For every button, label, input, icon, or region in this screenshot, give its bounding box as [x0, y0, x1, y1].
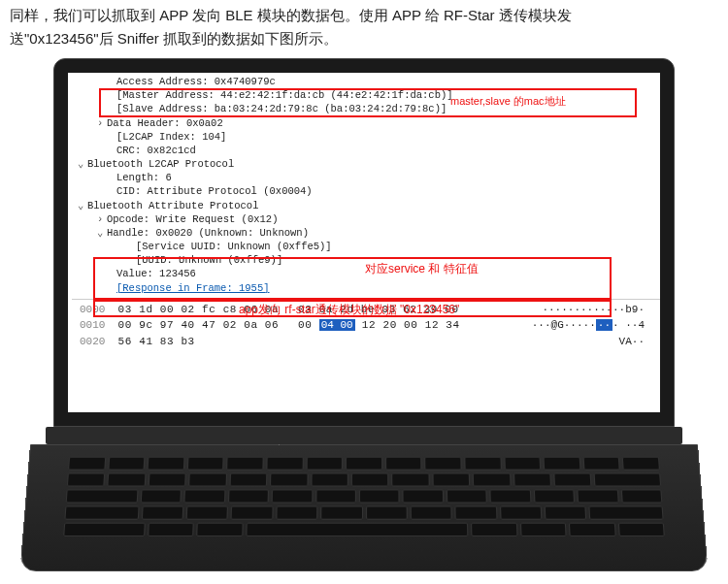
hex-bytes-b-pre: 00 — [298, 319, 319, 331]
l2cap-cid: CID: Attribute Protocol (0x0004) — [72, 184, 660, 198]
response-frame-link[interactable]: [Response in Frame: 1955] — [72, 281, 660, 295]
data-header: Data Header: 0x0a02 — [107, 117, 223, 129]
chevron-down-icon: ⌄ — [78, 157, 87, 171]
data-header-row: ›Data Header: 0x0a02 — [72, 116, 660, 130]
l2cap-length: Length: 6 — [72, 171, 660, 184]
intro-line-1: 同样，我们可以抓取到 APP 发向 BLE 模块的数据包。使用 APP 给 RF… — [10, 7, 572, 23]
sniffer-screen: Access Address: 0x4740979c [Master Addre… — [68, 73, 660, 412]
att-protocol-row[interactable]: ⌄Bluetooth Attribute Protocol — [72, 199, 660, 212]
hex-bytes-a: 00 9c 97 40 47 02 0a 06 — [118, 319, 280, 331]
hex-bytes-b-post: 12 20 00 12 34 — [355, 319, 460, 331]
chevron-right-icon: › — [97, 212, 107, 226]
hex-ascii: ··········-··b9· — [542, 302, 645, 318]
annotation-mac-label: master,slave 的mac地址 — [450, 94, 566, 109]
slave-address: [Slave Address: ba:03:24:2d:79:8c (ba:03… — [72, 102, 660, 115]
hex-row-2: 0020 56 41 83 b3 VA·· — [80, 334, 660, 350]
master-address: [Master Address: 44:e2:42:1f:da:cb (44:e… — [72, 88, 660, 102]
hex-offset: 0020 — [80, 336, 105, 347]
hex-offset: 0010 — [80, 319, 105, 331]
chevron-down-icon: ⌄ — [78, 199, 87, 212]
l2cap-index: [L2CAP Index: 104] — [72, 130, 660, 144]
l2cap-protocol-title: Bluetooth L2CAP Protocol — [87, 158, 234, 170]
laptop-hinge — [46, 427, 682, 444]
screen-bezel: Access Address: 0x4740979c [Master Addre… — [53, 58, 675, 427]
hex-ascii: VA·· — [619, 334, 645, 350]
hex-row-1: 0010 00 9c 97 40 47 02 0a 06 00 04 00 12… — [80, 317, 660, 334]
hex-bytes-a: 56 41 83 b3 — [118, 336, 195, 347]
keyboard-illustration — [63, 457, 665, 536]
hex-highlight: 04 00 — [319, 319, 355, 331]
laptop-illustration: Access Address: 0x4740979c [Master Addre… — [53, 58, 675, 570]
opcode: Opcode: Write Request (0x12) — [107, 213, 278, 225]
hex-offset: 0000 — [80, 304, 105, 315]
intro-line-2: 送"0x123456"后 Sniffer 抓取到的数据如下图所示。 — [10, 30, 338, 47]
hex-ascii: ···@G········ ··4 — [532, 317, 645, 334]
annotation-data-label: app发向 rf-star透传模块的数据 "0x123456" — [239, 302, 459, 317]
handle: Handle: 0x0020 (Unknown: Unknown) — [107, 227, 309, 239]
att-protocol-title: Bluetooth Attribute Protocol — [87, 200, 258, 211]
access-address: Access Address: 0x4740979c — [72, 75, 660, 88]
intro-paragraph: 同样，我们可以抓取到 APP 发向 BLE 模块的数据包。使用 APP 给 RF… — [0, 0, 728, 58]
annotation-service-label: 对应service 和 特征值 — [365, 261, 479, 276]
l2cap-protocol-row[interactable]: ⌄Bluetooth L2CAP Protocol — [72, 157, 660, 171]
laptop-deck — [19, 444, 708, 571]
service-uuid: [Service UUID: Unknown (0xffe5)] — [72, 240, 660, 253]
chevron-right-icon: › — [97, 116, 107, 130]
handle-row[interactable]: ⌄Handle: 0x0020 (Unknown: Unknown) — [72, 226, 660, 240]
chevron-down-icon: ⌄ — [97, 226, 107, 240]
crc: CRC: 0x82c1cd — [72, 144, 660, 157]
opcode-row: ›Opcode: Write Request (0x12) — [72, 212, 660, 226]
